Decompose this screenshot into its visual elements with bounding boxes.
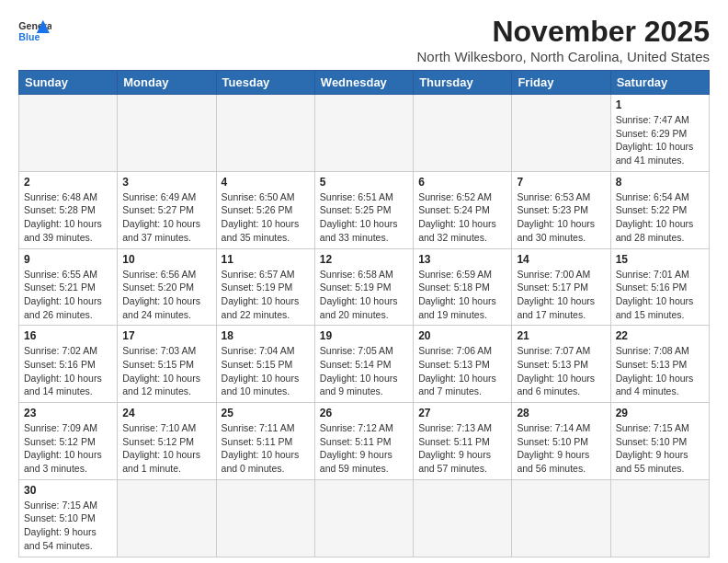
calendar-cell — [414, 479, 512, 557]
calendar-cell — [118, 479, 216, 557]
day-info: Sunrise: 7:11 AM Sunset: 5:11 PM Dayligh… — [222, 421, 310, 476]
calendar-header-tuesday: Tuesday — [216, 71, 314, 95]
day-info: Sunrise: 7:12 AM Sunset: 5:11 PM Dayligh… — [320, 421, 408, 476]
calendar-cell: 17Sunrise: 7:03 AM Sunset: 5:15 PM Dayli… — [118, 326, 216, 403]
day-info: Sunrise: 6:48 AM Sunset: 5:28 PM Dayligh… — [24, 190, 112, 245]
day-number: 6 — [418, 176, 506, 189]
day-number: 4 — [222, 176, 310, 189]
day-number: 19 — [320, 329, 408, 342]
day-number: 21 — [517, 329, 605, 342]
day-info: Sunrise: 6:50 AM Sunset: 5:26 PM Dayligh… — [222, 190, 310, 245]
day-number: 15 — [616, 253, 704, 266]
generalblue-logo-icon: General Blue — [18, 18, 51, 46]
day-info: Sunrise: 7:47 AM Sunset: 6:29 PM Dayligh… — [616, 113, 704, 167]
calendar-cell: 25Sunrise: 7:11 AM Sunset: 5:11 PM Dayli… — [216, 403, 314, 480]
day-number: 11 — [222, 253, 310, 266]
month-title: November 2025 — [417, 15, 710, 49]
calendar-cell: 3Sunrise: 6:49 AM Sunset: 5:27 PM Daylig… — [118, 171, 216, 248]
calendar-cell: 21Sunrise: 7:07 AM Sunset: 5:13 PM Dayli… — [512, 326, 610, 403]
day-info: Sunrise: 7:07 AM Sunset: 5:13 PM Dayligh… — [517, 344, 605, 398]
day-info: Sunrise: 7:00 AM Sunset: 5:17 PM Dayligh… — [517, 268, 605, 322]
day-number: 3 — [122, 176, 210, 189]
calendar-week-row: 9Sunrise: 6:55 AM Sunset: 5:21 PM Daylig… — [19, 248, 710, 326]
day-info: Sunrise: 6:51 AM Sunset: 5:25 PM Dayligh… — [320, 190, 408, 245]
calendar-cell: 18Sunrise: 7:04 AM Sunset: 5:15 PM Dayli… — [216, 326, 314, 403]
calendar-header-thursday: Thursday — [414, 71, 512, 95]
calendar-cell: 10Sunrise: 6:56 AM Sunset: 5:20 PM Dayli… — [118, 248, 216, 326]
calendar-cell: 15Sunrise: 7:01 AM Sunset: 5:16 PM Dayli… — [610, 248, 709, 326]
day-info: Sunrise: 7:01 AM Sunset: 5:16 PM Dayligh… — [616, 268, 704, 322]
day-number: 23 — [24, 407, 112, 419]
calendar-week-row: 16Sunrise: 7:02 AM Sunset: 5:16 PM Dayli… — [19, 326, 710, 403]
calendar-cell: 2Sunrise: 6:48 AM Sunset: 5:28 PM Daylig… — [19, 171, 118, 248]
calendar-week-row: 23Sunrise: 7:09 AM Sunset: 5:12 PM Dayli… — [19, 403, 710, 480]
calendar-week-row: 1Sunrise: 7:47 AM Sunset: 6:29 PM Daylig… — [19, 95, 710, 172]
day-info: Sunrise: 7:08 AM Sunset: 5:13 PM Dayligh… — [616, 344, 704, 398]
day-info: Sunrise: 7:04 AM Sunset: 5:15 PM Dayligh… — [222, 344, 310, 398]
calendar-table: SundayMondayTuesdayWednesdayThursdayFrid… — [18, 70, 710, 557]
calendar-header-monday: Monday — [118, 71, 216, 95]
day-number: 7 — [517, 176, 605, 189]
day-info: Sunrise: 6:57 AM Sunset: 5:19 PM Dayligh… — [222, 268, 310, 322]
calendar-cell: 11Sunrise: 6:57 AM Sunset: 5:19 PM Dayli… — [216, 248, 314, 326]
calendar-cell: 6Sunrise: 6:52 AM Sunset: 5:24 PM Daylig… — [414, 171, 512, 248]
logo: General Blue — [18, 18, 51, 46]
location-title: North Wilkesboro, North Carolina, United… — [417, 49, 710, 64]
calendar-cell: 9Sunrise: 6:55 AM Sunset: 5:21 PM Daylig… — [19, 248, 118, 326]
day-number: 9 — [24, 253, 112, 266]
day-number: 28 — [517, 407, 605, 419]
day-number: 25 — [222, 407, 310, 419]
day-number: 13 — [418, 253, 506, 266]
day-info: Sunrise: 6:49 AM Sunset: 5:27 PM Dayligh… — [122, 190, 210, 245]
day-info: Sunrise: 6:52 AM Sunset: 5:24 PM Dayligh… — [418, 190, 506, 245]
calendar-cell — [512, 95, 610, 172]
calendar-cell: 19Sunrise: 7:05 AM Sunset: 5:14 PM Dayli… — [314, 326, 413, 403]
calendar-cell: 4Sunrise: 6:50 AM Sunset: 5:26 PM Daylig… — [216, 171, 314, 248]
calendar-cell: 12Sunrise: 6:58 AM Sunset: 5:19 PM Dayli… — [314, 248, 413, 326]
day-info: Sunrise: 7:15 AM Sunset: 5:10 PM Dayligh… — [616, 421, 704, 476]
calendar-cell — [314, 479, 413, 557]
calendar-cell — [512, 479, 610, 557]
day-number: 24 — [122, 407, 210, 419]
day-number: 27 — [418, 407, 506, 419]
calendar-cell: 26Sunrise: 7:12 AM Sunset: 5:11 PM Dayli… — [314, 403, 413, 480]
day-number: 12 — [320, 253, 408, 266]
calendar-cell — [216, 95, 314, 172]
day-info: Sunrise: 6:56 AM Sunset: 5:20 PM Dayligh… — [122, 268, 210, 322]
calendar-cell: 29Sunrise: 7:15 AM Sunset: 5:10 PM Dayli… — [610, 403, 709, 480]
day-info: Sunrise: 7:05 AM Sunset: 5:14 PM Dayligh… — [320, 344, 408, 398]
calendar-header-friday: Friday — [512, 71, 610, 95]
day-number: 29 — [616, 407, 704, 419]
day-number: 16 — [24, 329, 112, 342]
calendar-cell: 24Sunrise: 7:10 AM Sunset: 5:12 PM Dayli… — [118, 403, 216, 480]
calendar-cell: 27Sunrise: 7:13 AM Sunset: 5:11 PM Dayli… — [414, 403, 512, 480]
calendar-cell: 28Sunrise: 7:14 AM Sunset: 5:10 PM Dayli… — [512, 403, 610, 480]
day-number: 18 — [222, 329, 310, 342]
calendar-cell: 5Sunrise: 6:51 AM Sunset: 5:25 PM Daylig… — [314, 171, 413, 248]
calendar-cell — [118, 95, 216, 172]
header: General Blue November 2025 North Wilkesb… — [18, 15, 710, 64]
calendar-header-wednesday: Wednesday — [314, 71, 413, 95]
day-number: 1 — [616, 98, 704, 111]
day-number: 26 — [320, 407, 408, 419]
day-info: Sunrise: 6:55 AM Sunset: 5:21 PM Dayligh… — [24, 268, 112, 322]
day-info: Sunrise: 7:09 AM Sunset: 5:12 PM Dayligh… — [24, 421, 112, 476]
calendar-cell — [216, 479, 314, 557]
title-area: November 2025 North Wilkesboro, North Ca… — [417, 15, 710, 64]
day-info: Sunrise: 7:03 AM Sunset: 5:15 PM Dayligh… — [122, 344, 210, 398]
calendar-cell: 7Sunrise: 6:53 AM Sunset: 5:23 PM Daylig… — [512, 171, 610, 248]
day-info: Sunrise: 6:59 AM Sunset: 5:18 PM Dayligh… — [418, 268, 506, 322]
calendar-cell: 22Sunrise: 7:08 AM Sunset: 5:13 PM Dayli… — [610, 326, 709, 403]
day-number: 30 — [24, 484, 112, 497]
calendar-cell — [314, 95, 413, 172]
calendar-cell: 16Sunrise: 7:02 AM Sunset: 5:16 PM Dayli… — [19, 326, 118, 403]
day-info: Sunrise: 6:54 AM Sunset: 5:22 PM Dayligh… — [616, 190, 704, 245]
calendar-week-row: 30Sunrise: 7:15 AM Sunset: 5:10 PM Dayli… — [19, 479, 710, 557]
calendar-cell: 1Sunrise: 7:47 AM Sunset: 6:29 PM Daylig… — [610, 95, 709, 172]
calendar-header-row: SundayMondayTuesdayWednesdayThursdayFrid… — [19, 71, 710, 95]
calendar-cell — [414, 95, 512, 172]
calendar-cell — [19, 95, 118, 172]
day-number: 20 — [418, 329, 506, 342]
calendar-cell — [610, 479, 709, 557]
calendar-cell: 30Sunrise: 7:15 AM Sunset: 5:10 PM Dayli… — [19, 479, 118, 557]
